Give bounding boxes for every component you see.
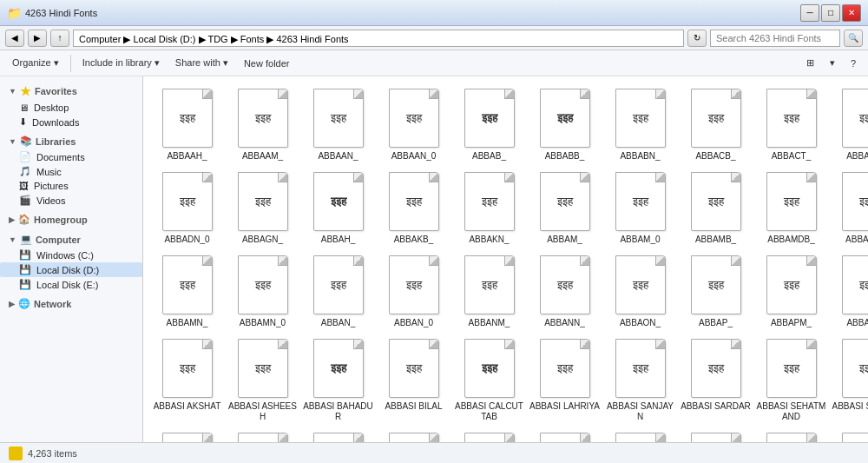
file-item[interactable]: इइहABBASI ASHEESH [226, 334, 299, 426]
file-item[interactable]: इइहABBABB_ [528, 83, 602, 165]
file-item[interactable]: इइहABBAN_0 [377, 250, 450, 332]
file-item[interactable]: इइहABBASI SEHATMAND [754, 334, 828, 426]
sidebar-item-drive-d[interactable]: 💾 Local Disk (D:) [0, 262, 142, 277]
file-name: ABBAAH_ [167, 151, 207, 162]
sidebar-item-desktop[interactable]: 🖥 Desktop [0, 101, 142, 115]
file-item[interactable]: इइहABBAM_0 [603, 167, 677, 248]
file-item[interactable]: इइहABBASI BAHADUR [301, 334, 375, 426]
include-in-library-button[interactable]: Include in library ▾ [76, 54, 167, 73]
file-item[interactable]: इइहABBAMDB_ [754, 167, 828, 248]
file-item[interactable]: इइहABBASI CALCUTTAB [452, 334, 526, 426]
file-item[interactable]: इइहABBASI SINGHAI [830, 334, 868, 426]
file-page-text: इइह [633, 362, 648, 374]
view-button[interactable]: ⊞ [799, 54, 821, 73]
file-icon-wrapper: इइह [685, 337, 747, 400]
file-item[interactable]: इइह [830, 427, 868, 442]
chevron-icon: ▶ [9, 300, 15, 308]
file-item[interactable]: इइहABBAP_ [679, 250, 753, 332]
sidebar-item-pictures[interactable]: 🖼 Pictures [0, 179, 142, 193]
search-button[interactable]: 🔍 [844, 30, 863, 47]
sidebar-header-homegroup[interactable]: ▶ 🏠 Homegroup [0, 211, 142, 228]
share-with-button[interactable]: Share with ▾ [168, 54, 235, 73]
file-item[interactable]: इइहABBACB_ [679, 83, 753, 165]
file-item[interactable]: इइह [679, 427, 753, 442]
sidebar-item-downloads[interactable]: ⬇ Downloads [0, 115, 142, 129]
videos-label: Videos [36, 195, 65, 206]
file-item[interactable]: इइहABBAMB_ [679, 167, 753, 248]
sidebar-header-favorites[interactable]: ▼ ★ Favorites [0, 82, 142, 101]
network-label: Network [34, 299, 71, 309]
sidebar: ▼ ★ Favorites 🖥 Desktop ⬇ Downloads ▼ 📚 … [0, 76, 143, 442]
file-item[interactable]: इइहABBANM_ [452, 250, 526, 332]
file-item[interactable]: इइहABBARB_ [830, 250, 868, 332]
sidebar-item-documents[interactable]: 📄 Documents [0, 149, 142, 164]
address-path[interactable]: Computer ▶ Local Disk (D:) ▶ TDG ▶ Fonts… [73, 30, 684, 47]
file-item[interactable]: इइह [528, 427, 602, 442]
file-item[interactable]: इइहABBASI BILAL [377, 334, 450, 426]
file-item[interactable]: इडह [377, 427, 450, 442]
file-item[interactable]: इइहABBAKN_ [452, 167, 526, 248]
file-item[interactable]: इइहABBAKB_ [377, 167, 450, 248]
sidebar-header-network[interactable]: ▶ 🌐 Network [0, 295, 142, 312]
search-input[interactable] [710, 30, 840, 47]
file-item[interactable]: इइह [301, 427, 375, 442]
file-item[interactable]: इइहABBAB_ [452, 83, 526, 165]
file-item[interactable]: इइहABBAGN_ [226, 167, 299, 248]
sidebar-item-music[interactable]: 🎵 Music [0, 164, 142, 179]
file-page-text: इइह [331, 362, 346, 374]
file-name: ABBAAN_ [318, 151, 358, 162]
organize-button[interactable]: Organize ▾ [5, 54, 66, 73]
help-button[interactable]: ? [844, 54, 863, 73]
file-item[interactable]: इइह [754, 427, 828, 442]
file-item[interactable]: इइह [226, 427, 299, 442]
file-item[interactable]: इइहABBAMN_0 [226, 250, 299, 332]
file-item[interactable]: इइहABBADN_0 [150, 167, 224, 248]
close-button[interactable]: ✕ [842, 4, 861, 22]
file-icon-wrapper: इइह [232, 254, 294, 316]
file-item[interactable]: इइह [150, 427, 224, 442]
file-icon-wrapper: इइह [760, 87, 823, 149]
file-item[interactable]: इइहABBAAH_ [150, 83, 224, 165]
file-item[interactable]: इइह [603, 427, 677, 442]
refresh-button[interactable]: ↻ [687, 30, 707, 47]
file-item[interactable]: इइहABBAON_ [603, 250, 677, 332]
file-item[interactable]: इइहABBAM_ [528, 167, 602, 248]
file-item[interactable]: इइहABBAMM_ [830, 167, 868, 248]
file-page: इइह [540, 433, 590, 442]
back-button[interactable]: ◀ [5, 30, 24, 47]
up-button[interactable]: ↑ [50, 30, 69, 47]
sidebar-item-drive-e[interactable]: 💾 Local Disk (E:) [0, 277, 142, 292]
file-item[interactable]: इइहABBAAN_0 [377, 83, 450, 165]
file-item[interactable]: इइहABBANN_ [528, 250, 602, 332]
file-page-text: इइह [859, 112, 869, 124]
file-item[interactable]: इइहABBAAN_ [301, 83, 375, 165]
sidebar-item-videos[interactable]: 🎬 Videos [0, 193, 142, 208]
maximize-button[interactable]: □ [821, 4, 840, 22]
file-page-text: इइह [180, 362, 195, 374]
file-page: इइह [313, 433, 364, 442]
file-item[interactable]: इडह [452, 427, 526, 442]
sidebar-item-drive-c[interactable]: 💾 Windows (C:) [0, 248, 142, 262]
file-page: इइह [162, 433, 213, 442]
file-page: इइह [691, 255, 741, 314]
new-folder-button[interactable]: New folder [237, 54, 297, 73]
file-item[interactable]: इइहABBADN_ [830, 83, 868, 165]
file-item[interactable]: इइहABBACT_ [754, 83, 828, 165]
file-item[interactable]: इइहABBAAM_ [226, 83, 299, 165]
file-item[interactable]: इइहABBABN_ [603, 83, 677, 165]
view-details-button[interactable]: ▾ [823, 54, 842, 73]
minimize-button[interactable]: ─ [800, 4, 819, 22]
file-item[interactable]: इइहABBASI SANJAYN [603, 334, 677, 426]
sidebar-section-computer: ▼ 💻 Computer 💾 Windows (C:) 💾 Local Disk… [0, 231, 142, 292]
file-item[interactable]: इइहABBASI SARDAR [679, 334, 753, 426]
forward-button[interactable]: ▶ [28, 30, 47, 47]
file-item[interactable]: इइहABBASI LAHRIYA [528, 334, 602, 426]
file-page-text: इइह [331, 279, 346, 291]
file-item[interactable]: इइहABBAH_ [301, 167, 375, 248]
sidebar-header-computer[interactable]: ▼ 💻 Computer [0, 231, 142, 248]
file-item[interactable]: इइहABBASI AKSHAT [150, 334, 224, 426]
file-item[interactable]: इइहABBAN_ [301, 250, 375, 332]
file-item[interactable]: इइहABBAMN_ [150, 250, 224, 332]
sidebar-header-libraries[interactable]: ▼ 📚 Libraries [0, 133, 142, 149]
file-item[interactable]: इइहABBAPM_ [754, 250, 828, 332]
